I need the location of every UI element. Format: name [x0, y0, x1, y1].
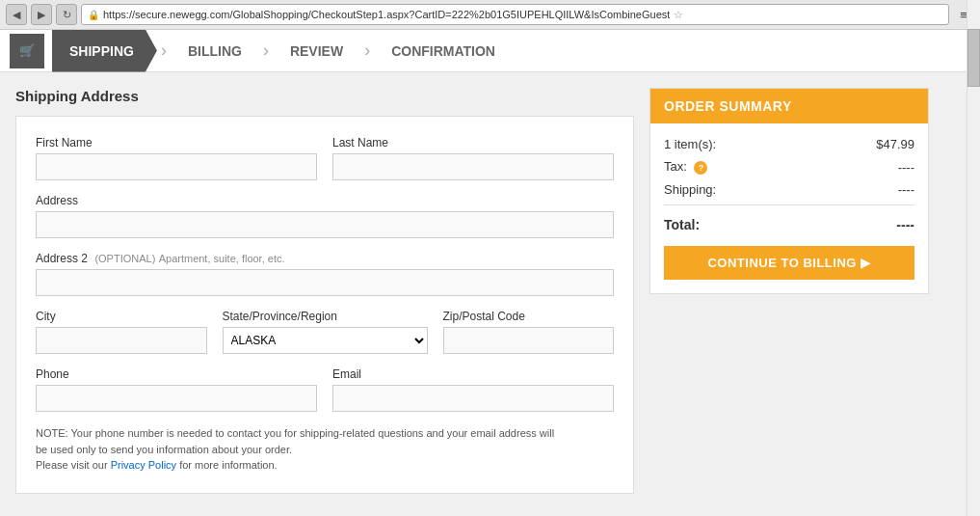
last-name-input[interactable]: [332, 153, 614, 180]
step-arrow-3: ›: [364, 41, 370, 61]
email-label: Email: [332, 367, 614, 381]
scrollbar-thumb[interactable]: [967, 29, 980, 87]
total-row: Total: ----: [664, 213, 914, 232]
section-title: Shipping Address: [15, 88, 634, 104]
items-label: 1 item(s):: [664, 137, 716, 151]
order-summary: ORDER SUMMARY 1 item(s): $47.99 Tax: ? -…: [649, 88, 929, 294]
state-field: State/Province/Region ALASKA ALABAMA ARI…: [223, 310, 428, 354]
email-field: Email: [332, 367, 614, 412]
address2-label: Address 2 (OPTIONAL) Apartment, suite, f…: [36, 252, 614, 265]
bookmark-icon: ☆: [674, 9, 683, 21]
last-name-field: Last Name: [332, 136, 614, 180]
address-input[interactable]: [36, 211, 614, 238]
city-label: City: [36, 310, 207, 323]
address2-optional: (OPTIONAL): [94, 253, 155, 264]
address2-hint: Apartment, suite, floor, etc.: [159, 253, 285, 264]
checkout-nav: 🛒 SHIPPING › BILLING › REVIEW › CONFIRMA…: [0, 30, 980, 72]
address2-input[interactable]: [36, 269, 614, 296]
address2-field: Address 2 (OPTIONAL) Apartment, suite, f…: [36, 252, 614, 296]
first-name-label: First Name: [36, 136, 317, 149]
main-section: Shipping Address First Name Last Name Ad…: [15, 88, 634, 494]
step-confirmation[interactable]: CONFIRMATION: [374, 30, 513, 72]
address-field: Address: [36, 194, 614, 238]
tax-value: ----: [898, 160, 914, 175]
browser-chrome: ◀ ▶ ↻ 🔒 https://secure.newegg.com/Global…: [0, 0, 980, 30]
zip-label: Zip/Postal Code: [443, 310, 615, 323]
step-billing[interactable]: BILLING: [171, 30, 259, 72]
url-text: https://secure.newegg.com/GlobalShopping…: [103, 9, 670, 20]
note-line2: be used only to send you information abo…: [36, 444, 292, 455]
note-line1: NOTE: Your phone number is needed to con…: [36, 427, 554, 439]
email-input[interactable]: [332, 385, 614, 412]
privacy-policy-link[interactable]: Privacy Policy: [111, 459, 176, 471]
scrollbar-track[interactable]: [967, 0, 980, 509]
step-shipping[interactable]: SHIPPING: [52, 30, 157, 72]
phone-label: Phone: [36, 367, 317, 381]
note-line3-suffix: for more information.: [176, 459, 278, 471]
address-label: Address: [36, 194, 614, 207]
items-row: 1 item(s): $47.99: [664, 137, 914, 151]
address-row: Address: [36, 194, 614, 238]
phone-input[interactable]: [36, 385, 317, 412]
note-text: NOTE: Your phone number is needed to con…: [36, 425, 614, 474]
total-label: Total:: [664, 217, 700, 232]
tax-row: Tax: ? ----: [664, 159, 914, 175]
tax-info-icon[interactable]: ?: [694, 161, 707, 175]
lock-icon: 🔒: [88, 10, 99, 20]
page-content: Shipping Address First Name Last Name Ad…: [0, 72, 944, 509]
tax-label: Tax: ?: [664, 159, 707, 175]
summary-header: ORDER SUMMARY: [650, 89, 928, 123]
state-select[interactable]: ALASKA ALABAMA ARIZONA ARKANSAS CALIFORN…: [223, 327, 428, 354]
first-name-input[interactable]: [36, 153, 317, 180]
continue-to-billing-button[interactable]: CONTINUE TO BILLING ▶: [664, 246, 914, 280]
address2-row: Address 2 (OPTIONAL) Apartment, suite, f…: [36, 252, 614, 296]
sidebar: ORDER SUMMARY 1 item(s): $47.99 Tax: ? -…: [649, 88, 929, 494]
refresh-button[interactable]: ↻: [56, 4, 77, 25]
zip-input[interactable]: [443, 327, 615, 354]
zip-field: Zip/Postal Code: [443, 310, 615, 354]
summary-body: 1 item(s): $47.99 Tax: ? ---- Shipping: …: [650, 123, 928, 293]
city-state-zip-row: City State/Province/Region ALASKA ALABAM…: [36, 310, 614, 354]
items-value: $47.99: [876, 137, 914, 151]
name-row: First Name Last Name: [36, 136, 614, 180]
city-field: City: [36, 310, 207, 354]
address-bar[interactable]: 🔒 https://secure.newegg.com/GlobalShoppi…: [81, 4, 949, 25]
back-button[interactable]: ◀: [6, 4, 27, 25]
step-arrow-1: ›: [161, 41, 167, 61]
total-value: ----: [896, 217, 914, 232]
step-arrow-2: ›: [263, 41, 269, 61]
city-input[interactable]: [36, 327, 207, 354]
last-name-label: Last Name: [332, 136, 614, 149]
shipping-label: Shipping:: [664, 182, 716, 197]
cart-icon: 🛒: [10, 34, 44, 68]
phone-field: Phone: [36, 367, 317, 412]
shipping-value: ----: [898, 182, 914, 197]
forward-button[interactable]: ▶: [31, 4, 52, 25]
first-name-field: First Name: [36, 136, 317, 180]
step-review[interactable]: REVIEW: [273, 30, 360, 72]
note-line3-prefix: Please visit our: [36, 459, 111, 471]
summary-divider: [664, 204, 914, 205]
phone-email-row: Phone Email: [36, 367, 614, 412]
shipping-form: First Name Last Name Address: [15, 116, 634, 494]
shipping-row: Shipping: ----: [664, 182, 914, 197]
state-label: State/Province/Region: [223, 310, 428, 323]
